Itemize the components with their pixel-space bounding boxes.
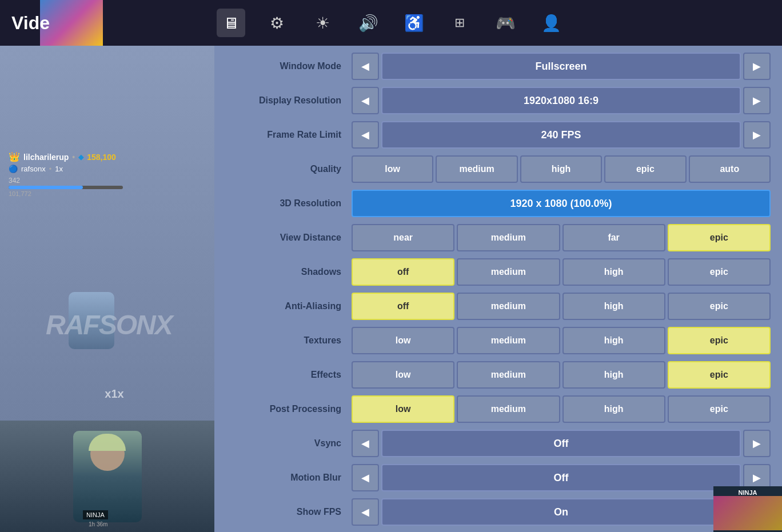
- frame-rate-limit-left-arrow[interactable]: ◀: [352, 121, 379, 149]
- stream-background: 👑 lilcharilerup • ◆ 158,100 🔵 rafsonx • …: [0, 46, 214, 532]
- accessibility-nav-icon[interactable]: ♿: [400, 9, 428, 37]
- window-mode-right-arrow[interactable]: ▶: [743, 53, 771, 80]
- motion-blur-value: Off: [381, 464, 741, 491]
- frame-rate-limit-right-arrow[interactable]: ▶: [743, 121, 771, 149]
- control-display-resolution: ◀1920x1080 16:9▶: [352, 87, 771, 114]
- effects-btn-epic[interactable]: epic: [668, 361, 771, 389]
- brightness-nav-icon[interactable]: ☀: [308, 9, 337, 37]
- settings-panel[interactable]: Window Mode◀Fullscreen▶Display Resolutio…: [214, 46, 782, 532]
- anti-aliasing-btn-epic[interactable]: epic: [668, 293, 771, 320]
- setting-row-anti-aliasing: Anti-Aliasingoffmediumhighepic: [226, 291, 771, 321]
- control-3d-resolution: 1920 x 1080 (100.0%): [352, 190, 771, 217]
- crown-icon: 👑: [9, 151, 20, 162]
- post-processing-btn-low[interactable]: low: [352, 395, 454, 423]
- total-xp: 101,772: [9, 190, 123, 197]
- view-distance-btn-epic[interactable]: epic: [668, 224, 771, 251]
- username: lilcharilerup: [23, 153, 69, 162]
- label-display-resolution: Display Resolution: [226, 95, 352, 106]
- vsync-right-arrow[interactable]: ▶: [743, 430, 771, 457]
- x1x-badge: x1x: [105, 387, 123, 401]
- progress-bar-fill: [9, 186, 83, 189]
- label-view-distance: View Distance: [226, 233, 352, 243]
- textures-btn-medium[interactable]: medium: [457, 327, 560, 354]
- view-distance-btn-far[interactable]: far: [562, 224, 665, 251]
- 3d-resolution-value: 1920 x 1080 (100.0%): [352, 190, 771, 217]
- window-mode-value: Fullscreen: [381, 53, 741, 80]
- label-motion-blur: Motion Blur: [226, 473, 352, 483]
- settings-nav-icon[interactable]: ⚙: [262, 9, 291, 37]
- display-resolution-right-arrow[interactable]: ▶: [743, 87, 771, 114]
- setting-row-display-resolution: Display Resolution◀1920x1080 16:9▶: [226, 86, 771, 115]
- quality-btn-auto[interactable]: auto: [689, 155, 771, 183]
- shadows-btn-high[interactable]: high: [562, 258, 665, 286]
- textures-btn-high[interactable]: high: [562, 327, 665, 354]
- diamond-icon: ◆: [78, 153, 83, 161]
- label-3d-resolution: 3D Resolution: [226, 198, 352, 209]
- xp-level: 342: [9, 177, 123, 185]
- label-vsync: Vsync: [226, 438, 352, 449]
- label-effects: Effects: [226, 370, 352, 380]
- show-fps-value: On: [381, 498, 741, 526]
- audio-nav-icon[interactable]: 🔊: [354, 9, 382, 37]
- anti-aliasing-quality-buttons: offmediumhighepic: [352, 293, 771, 320]
- monitor-nav-icon[interactable]: 🖥: [217, 9, 245, 37]
- quality-btn-high[interactable]: high: [520, 155, 602, 183]
- setting-row-post-processing: Post Processinglowmediumhighepic: [226, 394, 771, 424]
- textures-quality-buttons: lowmediumhighepic: [352, 327, 771, 354]
- label-show-fps: Show FPS: [226, 507, 352, 517]
- window-mode-left-arrow[interactable]: ◀: [352, 53, 379, 80]
- label-textures: Textures: [226, 335, 352, 346]
- view-distance-btn-medium[interactable]: medium: [457, 224, 560, 251]
- coins-amount: 158,100: [87, 153, 116, 162]
- view-distance-quality-buttons: nearmediumfarepic: [352, 224, 771, 251]
- progress-bar-background: [9, 186, 123, 189]
- user-name-row: 👑 lilcharilerup • ◆ 158,100: [9, 151, 123, 162]
- quality-btn-epic[interactable]: epic: [604, 155, 686, 183]
- quality-btn-low[interactable]: low: [352, 155, 433, 183]
- show-fps-left-arrow[interactable]: ◀: [352, 498, 379, 526]
- setting-row-effects: Effectslowmediumhighepic: [226, 360, 771, 390]
- quality-btn-medium[interactable]: medium: [436, 155, 517, 183]
- post-processing-btn-medium[interactable]: medium: [457, 395, 560, 423]
- control-window-mode: ◀Fullscreen▶: [352, 53, 771, 80]
- effects-btn-high[interactable]: high: [562, 361, 665, 389]
- motion-blur-left-arrow[interactable]: ◀: [352, 464, 379, 491]
- setting-row-shadows: Shadowsoffmediumhighepic: [226, 257, 771, 287]
- page-title: Vide: [11, 13, 50, 34]
- view-distance-btn-near[interactable]: near: [352, 224, 454, 251]
- anti-aliasing-btn-off[interactable]: off: [352, 293, 454, 320]
- bottom-right-overlay: NINJA: [713, 486, 782, 532]
- label-shadows: Shadows: [226, 267, 352, 277]
- top-bar: Vide 🖥 ⚙ ☀ 🔊 ♿ ⊞ 🎮 👤: [0, 0, 782, 46]
- vsync-left-arrow[interactable]: ◀: [352, 430, 379, 457]
- gamepad-nav-icon[interactable]: 🎮: [491, 9, 520, 37]
- post-processing-quality-buttons: lowmediumhighepic: [352, 395, 771, 423]
- setting-row-frame-rate-limit: Frame Rate Limit◀240 FPS▶: [226, 120, 771, 150]
- profile-nav-icon[interactable]: 👤: [537, 9, 565, 37]
- display-resolution-left-arrow[interactable]: ◀: [352, 87, 379, 114]
- control-show-fps: ◀On▶: [352, 498, 771, 526]
- effects-btn-low[interactable]: low: [352, 361, 454, 389]
- sub-icon: 🔵: [9, 165, 18, 173]
- post-processing-btn-high[interactable]: high: [562, 395, 665, 423]
- anti-aliasing-btn-medium[interactable]: medium: [457, 293, 560, 320]
- vsync-value: Off: [381, 430, 741, 457]
- control-effects: lowmediumhighepic: [352, 361, 771, 389]
- shadows-btn-off[interactable]: off: [352, 258, 454, 286]
- shadows-btn-medium[interactable]: medium: [457, 258, 560, 286]
- shadows-btn-epic[interactable]: epic: [668, 258, 771, 286]
- bottom-overlay-label: NINJA: [713, 486, 782, 496]
- frame-rate-limit-value: 240 FPS: [381, 121, 741, 149]
- control-textures: lowmediumhighepic: [352, 327, 771, 354]
- setting-row-motion-blur: Motion Blur◀Off▶: [226, 463, 771, 493]
- textures-btn-low[interactable]: low: [352, 327, 454, 354]
- effects-btn-medium[interactable]: medium: [457, 361, 560, 389]
- post-processing-btn-epic[interactable]: epic: [668, 395, 771, 423]
- left-sidebar: 👑 lilcharilerup • ◆ 158,100 🔵 rafsonx • …: [0, 46, 214, 532]
- setting-row-vsync: Vsync◀Off▶: [226, 429, 771, 458]
- setting-row-show-fps: Show FPS◀On▶: [226, 497, 771, 527]
- keybinds-nav-icon[interactable]: ⊞: [445, 9, 474, 37]
- textures-btn-epic[interactable]: epic: [668, 327, 771, 354]
- setting-row-window-mode: Window Mode◀Fullscreen▶: [226, 51, 771, 81]
- anti-aliasing-btn-high[interactable]: high: [562, 293, 665, 320]
